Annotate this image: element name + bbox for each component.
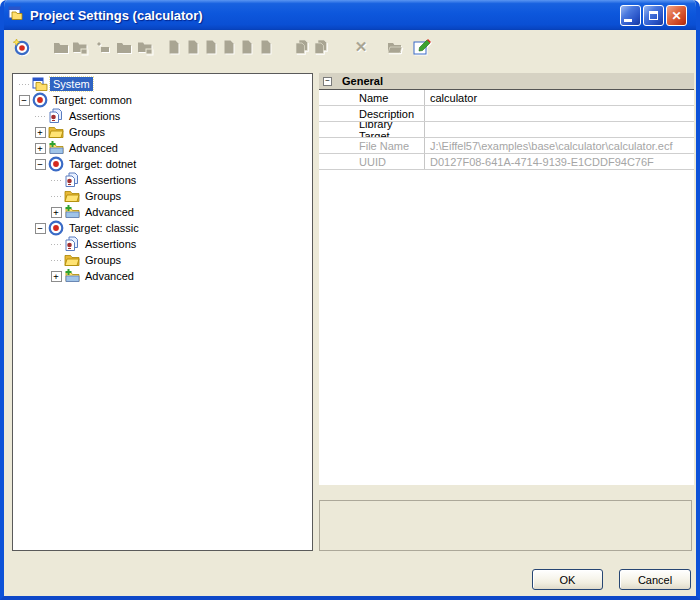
folder-icon [48, 124, 64, 140]
target-icon [48, 220, 64, 236]
tree-connector [51, 260, 61, 261]
tree-connector [51, 196, 61, 197]
folder-icon [64, 188, 80, 204]
document-badge-icon [237, 37, 257, 57]
description-panel [319, 500, 692, 551]
tree-item-assertions[interactable]: Assertions [13, 172, 312, 188]
system-icon [32, 76, 48, 92]
cancel-button[interactable]: Cancel [619, 569, 691, 590]
close-button[interactable]: ✕ [666, 5, 687, 26]
tree-item-label: Groups [82, 189, 124, 203]
tree-item-groups[interactable]: +Groups [13, 124, 312, 140]
property-row-description: Description [319, 106, 694, 122]
property-grid: − General NamecalculatorDescriptionLibra… [319, 73, 694, 485]
expand-icon[interactable]: + [51, 207, 62, 218]
document-icon-4 [219, 37, 239, 57]
category-header[interactable]: − General [319, 73, 694, 90]
tree-item-assertions[interactable]: Assertions [13, 108, 312, 124]
tree-connector [51, 180, 61, 181]
assertions-icon [64, 172, 80, 188]
rename-icon [93, 37, 113, 57]
paste-icon [311, 37, 331, 57]
tree-item-label: Advanced [82, 205, 137, 219]
assertions-icon [64, 236, 80, 252]
category-collapse-icon[interactable]: − [323, 77, 332, 86]
property-label: Name [319, 90, 424, 105]
tree-item-label: Groups [82, 253, 124, 267]
expand-icon[interactable]: + [35, 143, 46, 154]
tree-item-label: Target: classic [66, 221, 142, 235]
collapse-icon[interactable]: − [35, 159, 46, 170]
tree-item-groups[interactable]: Groups [13, 188, 312, 204]
window-title: Project Settings (calculator) [30, 8, 203, 23]
project-settings-window: Project Settings (calculator) ✕ ✕ System… [0, 0, 700, 600]
tree-item-label: Advanced [82, 269, 137, 283]
tree-item-label: Target: common [50, 93, 135, 107]
window-icon [8, 5, 24, 25]
expand-icon[interactable]: + [35, 127, 46, 138]
document-f-icon [256, 37, 276, 57]
property-label: Library Target [319, 122, 424, 137]
folder-icon-1 [51, 37, 71, 57]
property-value[interactable]: calculator [424, 90, 694, 105]
toolbar: ✕ [4, 30, 696, 66]
tree-item-label: Assertions [82, 173, 139, 187]
tree-item-groups[interactable]: Groups [13, 252, 312, 268]
property-row-name: Namecalculator [319, 90, 694, 106]
new-target-icon[interactable] [11, 37, 31, 57]
tree-connector [51, 244, 61, 245]
folder-badge-icon [70, 37, 90, 57]
tree-item-target-classic[interactable]: −Target: classic [13, 220, 312, 236]
edit-pencil-icon[interactable] [412, 37, 432, 57]
tree-item-label: Assertions [66, 109, 123, 123]
property-label: UUID [319, 154, 424, 169]
property-row-uuid: UUIDD0127F08-641A-4714-9139-E1CDDF94C76F [319, 154, 694, 170]
tree-item-label: Advanced [66, 141, 121, 155]
tree-item-label: Target: dotnet [66, 157, 139, 171]
advanced-icon [48, 140, 64, 156]
target-icon [32, 92, 48, 108]
ok-button[interactable]: OK [532, 569, 603, 590]
property-value[interactable] [424, 106, 694, 121]
document-icon-2 [183, 37, 203, 57]
tree-item-system[interactable]: System [13, 76, 312, 92]
property-value[interactable] [424, 122, 694, 137]
tree-item-advanced[interactable]: +Advanced [13, 204, 312, 220]
advanced-icon [64, 268, 80, 284]
maximize-button[interactable] [643, 5, 664, 26]
target-icon [48, 156, 64, 172]
folder-open-icon [385, 37, 405, 57]
property-value: J:\Eiffel57\examples\base\calculator\cal… [424, 138, 694, 153]
property-label: File Name [319, 138, 424, 153]
delete-x-icon: ✕ [351, 37, 371, 57]
tree-item-label: Groups [66, 125, 108, 139]
advanced-icon [64, 204, 80, 220]
tree-item-target-dotnet[interactable]: −Target: dotnet [13, 156, 312, 172]
property-row-file-name: File NameJ:\Eiffel57\examples\base\calcu… [319, 138, 694, 154]
category-label: General [342, 75, 383, 87]
title-bar[interactable]: Project Settings (calculator) [0, 0, 700, 30]
property-label: Description [319, 106, 424, 121]
collapse-icon[interactable]: − [19, 95, 30, 106]
assertions-icon [48, 108, 64, 124]
copy-icon [292, 37, 312, 57]
property-value: D0127F08-641A-4714-9139-E1CDDF94C76F [424, 154, 694, 169]
document-icon-3 [201, 37, 221, 57]
folder-icon-2 [114, 37, 134, 57]
minimize-button[interactable] [620, 5, 641, 26]
expand-icon[interactable]: + [51, 271, 62, 282]
tree-item-advanced[interactable]: +Advanced [13, 140, 312, 156]
folders-icon [135, 37, 155, 57]
tree-item-target-common[interactable]: −Target: common [13, 92, 312, 108]
document-icon-1 [164, 37, 184, 57]
tree-item-advanced[interactable]: +Advanced [13, 268, 312, 284]
tree-item-label: System [50, 77, 93, 91]
collapse-icon[interactable]: − [35, 223, 46, 234]
tree-connector [35, 116, 45, 117]
folder-icon [64, 252, 80, 268]
settings-tree[interactable]: System−Target: commonAssertions+Groups+A… [12, 73, 313, 551]
tree-item-label: Assertions [82, 237, 139, 251]
property-row-library-target: Library Target [319, 122, 694, 138]
tree-item-assertions[interactable]: Assertions [13, 236, 312, 252]
tree-connector [19, 84, 29, 85]
